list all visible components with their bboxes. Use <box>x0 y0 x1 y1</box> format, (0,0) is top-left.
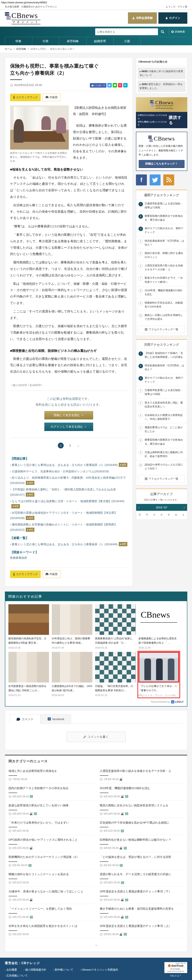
footer-link[interactable]: 個人情報保護方針 <box>24 968 46 972</box>
ranking-item[interactable]: 4 労働基準監督署による是正勧告・指導は71病院 <box>136 386 187 398</box>
news-item[interactable]: 「外来だけでは将来性がないから」ではまずい 6月14日 05:00 <box>8 818 94 835</box>
tab-comments[interactable]: コメント <box>10 714 41 724</box>
ranking-item[interactable]: 8 療養型病棟の医療区分で分析進める、厚労省が論点 <box>136 436 187 448</box>
hatena-share-icon[interactable]: B! <box>123 83 127 88</box>
ranking-item[interactable]: 7 看護必要度IとIIでは、どこに差が生じたか <box>136 423 187 436</box>
ranking-item[interactable]: 1 【対談】地域包括ケア病棟の「充実した在宅復帰制度」への評価を <box>136 349 187 361</box>
subscribe-ad[interactable]: 医療介護 CBnewsマネジメント 記事全文がお読みいただけるほか便利な機能もお… <box>136 97 187 128</box>
nav-item[interactable]: 経営戦略 <box>59 37 87 45</box>
news-item[interactable]: 院内の財務データと非財務データの存在を知る 6月25日 05:00 <box>8 783 94 801</box>
next-page-arrow[interactable]: → <box>77 444 80 447</box>
recommend-card[interactable]: 多職種連携による効率的な退院支援で病床稼働率が向上 「… 2018.11.09 <box>138 604 179 649</box>
related-article-link[interactable]: 慢性期病床数と在宅整備の見極めポイントに - リポート・地域医療構想【群馬県】(… <box>10 522 127 533</box>
news-item[interactable]: 「ペイシェントジャーニー」を把握しておく理由 5月17日 05:00 <box>8 904 94 921</box>
ranking-item[interactable]: 5 骨太で入院基本料見直し明記、重症度水準見直しへ <box>136 398 187 411</box>
breadcrumb-item[interactable]: ホーム <box>5 48 16 50</box>
ranking-item[interactable]: 5 医師の宿日直、研鑽に関する通知のポイント <box>136 249 187 261</box>
ssl-link[interactable]: SSLとは？ <box>164 974 187 977</box>
recommend-card[interactable]: 在宅医療普及へ都道府県の役割を通知に明記 市町村ごとの… 2019.01.31 <box>8 652 49 697</box>
geotrust-seal[interactable]: VERIFIED BY GeoTrust CB Knowledge… CLICK… <box>164 962 187 973</box>
prev-month-arrow[interactable]: ‹ <box>138 506 140 509</box>
breadcrumb-item[interactable]: 経営戦略 <box>16 48 30 50</box>
site-logo[interactable]: 医療 介護 CBnews マネジメント <box>5 12 41 24</box>
news-item[interactable]: 入退院支援加算の取り組みを加速させるデータ分析・上 7月3日 05:00 <box>99 766 185 783</box>
related-article-link[interactable]: 絞り込みより、病床稼働率落ち込みの影響大 - 武藤教授、16年度改定と病床再編の… <box>10 475 127 486</box>
news-item[interactable]: 職員の異動に左右されない病院未収金管理システムを 6月18日 05:00 <box>99 801 185 818</box>
ranking-item[interactable]: 6 社会福祉法人の連携法人制度創設へ、年内に新制度骨子 <box>136 411 187 423</box>
recommend-card[interactable]: 「テレビの仕事ができて幸せ」ー『家事ヤロウ!!!… PR(クリーク・アンド・リバ… <box>138 652 179 697</box>
keyword-link[interactable]: 医療療養病床 <box>10 556 127 560</box>
scrapbook-button[interactable]: スクラップブック <box>10 94 41 101</box>
ranking-item[interactable]: 10 脈絡ない言動には役割を明確化して合理化を図る <box>136 311 187 323</box>
subscribe-button[interactable]: 購読する <box>169 115 185 126</box>
twitter-icon[interactable] <box>150 175 161 185</box>
rss-icon[interactable] <box>163 175 174 185</box>
ranking-item[interactable]: 9 日薬は調剤料適正化に能動的に対応、総会で姿勢明示 <box>136 448 187 460</box>
login-button[interactable]: ログイン <box>158 12 187 24</box>
ranking-item[interactable]: 10 認知症や身寄りのない人の入院にどう対応？ <box>136 460 187 473</box>
search-input[interactable] <box>95 28 158 35</box>
recommend-card[interactable]: 介護医療院は6月末で21施設、1400床が転換 I型781床… 2018.08.… <box>52 652 92 697</box>
search-button[interactable] <box>158 28 167 35</box>
ranking-item[interactable]: 8 2019年度、機能評価係数IIの傾向を読む <box>136 286 187 299</box>
free-ad-button[interactable]: 詳細はこちらをチェック！ <box>138 160 184 167</box>
facebook-icon[interactable]: f <box>136 175 147 185</box>
nav-item[interactable]: 行政 <box>32 37 59 45</box>
recommend-card[interactable]: 20年度改定に向け、医師の勤務要件の緩和などを要望 地域… 2019.07.04 <box>52 604 92 649</box>
nav-item[interactable]: 介護 <box>114 37 141 45</box>
ranking-item[interactable]: 7 製薬大手が仕切価引き下げ、一次売差マイナス解消へ <box>136 274 187 286</box>
news-item[interactable]: 地域と共にある診療所経営の具体化を 7月5日 05:00 <box>8 766 94 783</box>
ranking-item[interactable]: 2 特定処遇改善加算「8万円昇給」は何人？ <box>136 361 187 374</box>
news-item[interactable]: 2019年度、機能評価係数IIの傾向を読む 6月24日 05:00 <box>99 783 185 801</box>
ranking-item[interactable]: 9 医療材料の不具合品混入、自動識別で100%発見 <box>136 299 187 311</box>
ranking-item[interactable]: 3 薬やサプリの飲み合わせ、無料でチェック <box>136 374 187 386</box>
next-month-arrow[interactable]: › <box>184 506 184 509</box>
news-item[interactable]: 症例集約化が進まない地域は麻酔科医には魅力がない？ 6月5日 05:00 <box>99 835 185 852</box>
related-article-link[interactable]: 介護保険外サービス、先進事例を紹介 - 日本総研がシンポジウム(2016/3/2… <box>10 469 127 474</box>
nav-item[interactable]: 特集 <box>5 37 32 45</box>
ranking-item[interactable]: 6 入退院支援加算の取り組みを加速させるデータ分析・上 <box>136 261 187 274</box>
news-item[interactable]: 10連休中、患者が集まらなかった病院に知ってほしいこと 5月27日 05:00 <box>8 887 94 904</box>
print-button[interactable]: 印刷用 <box>42 94 61 101</box>
register-read-button[interactable]: 登録して全文を読む ＞ <box>44 411 93 420</box>
ranking-list-button[interactable]: アクセスランキング一覧 <box>138 326 185 333</box>
related-article-link[interactable]: 在宅医療の需要は地域包括ケアでつくり出す - リポート・地域医療構想【埼玉県】(… <box>10 510 127 521</box>
write-comment-button[interactable]: コメントを書く <box>67 732 126 742</box>
related-article-link[interactable]: ならではの特性を盛り込む病床数に注目 - リポート・地域医療構想【東京都】(20… <box>10 499 127 509</box>
ranking-item[interactable]: 2 療養型病棟の医療区分で分析進める、厚労省が論点 <box>136 212 187 224</box>
series-article-link[interactable]: 療養という厄介者にも事情はある、志もある - 立ち向かう療養病床（1）(2016… <box>10 542 127 547</box>
news-item[interactable]: 令和を生き残るため病院経営を進歩させるポイントは 5月10日 05:00 <box>8 921 94 939</box>
ranking-list-button[interactable]: アクセスランキング一覧 <box>138 475 185 482</box>
line-share-icon[interactable] <box>113 83 117 88</box>
nav-item[interactable]: 組織管理 <box>87 37 114 45</box>
news-item[interactable]: DPC病床の割合が低いケアミックスに期待されること 6月10日 05:00 <box>8 835 94 852</box>
footer-link[interactable]: 広告掲載について <box>5 974 28 977</box>
page-number[interactable]: 1 <box>58 442 64 449</box>
print-button[interactable]: 印刷用 <box>42 571 61 578</box>
ranking-item[interactable]: 4 特定処遇改善加算「8万円昇給」は何人？ <box>136 237 187 249</box>
scrapbook-button[interactable]: スクラップブック <box>10 571 41 578</box>
news-item[interactable]: 資源が限られる今、データ活用こそが経営最大の武器に 5月28日 05:00 <box>99 869 185 887</box>
ranking-item[interactable]: 1 労働基準監督署による是正勧告・指導は71病院 <box>136 199 187 212</box>
notice-item[interactable]: ▶10/01運営元及び、利用規約の一部を変更致しました。 <box>138 81 186 92</box>
notice-item[interactable]: ▶04/2510連休に伴う口座振替日の変更等について <box>138 68 186 79</box>
recommend-card[interactable]: 日慢協、「移行定着支援加算」の期限延長を要望 市町村の… 2019.02.15 <box>95 652 136 697</box>
login-read-button[interactable]: ログインして全文を読む ＞ <box>44 423 93 431</box>
news-item[interactable]: 医療機関のためのデジタルマーケティング用語集（2） 6月4日 05:00 <box>8 852 94 869</box>
news-item[interactable]: 20年度改定を見据えた看護必要度のチェック事項（上） 5月8日 05:00 <box>99 921 185 939</box>
advanced-search-link[interactable]: 詳細検索 <box>171 30 185 33</box>
footer-link[interactable]: 会社概要 <box>5 968 17 972</box>
tab-facebook[interactable]: f facebook <box>41 714 71 724</box>
news-item[interactable]: 20年度改定を見据えた看護必要度のチェック事項（下） 5月22日 05:00 <box>99 887 185 904</box>
news-item[interactable]: 広告規制の中で存在価値を高めるHPで選ばれる病院に 6月11日 05:00 <box>99 818 185 835</box>
register-button[interactable]: 有料会員登録 <box>128 12 157 24</box>
page-number[interactable]: 2 <box>67 442 73 449</box>
news-item[interactable]: 職種の傾向を知りコミュニケーションを高める 5月31日 05:00 <box>8 869 94 887</box>
related-article-link[interactable]: 【中医協】療養病棟入基料に「30対1」 - 慢性期入院医療の見直しでおおむね合意… <box>10 487 127 498</box>
news-item[interactable]: 「どの媒体を使えば、受診が増えるの？」に対する回答 6月3日 05:00 <box>99 852 185 869</box>
pocket-share-icon[interactable] <box>118 83 122 88</box>
news-item[interactable]: 急速な経営環境の変化が生じている回リハ病棟 6月19日 05:00 <box>8 801 94 818</box>
facebook-like-button[interactable]: いいね！ 0 <box>90 83 107 88</box>
twitter-share-icon[interactable] <box>107 83 112 88</box>
footer-link[interactable]: 著作権について <box>53 968 73 972</box>
